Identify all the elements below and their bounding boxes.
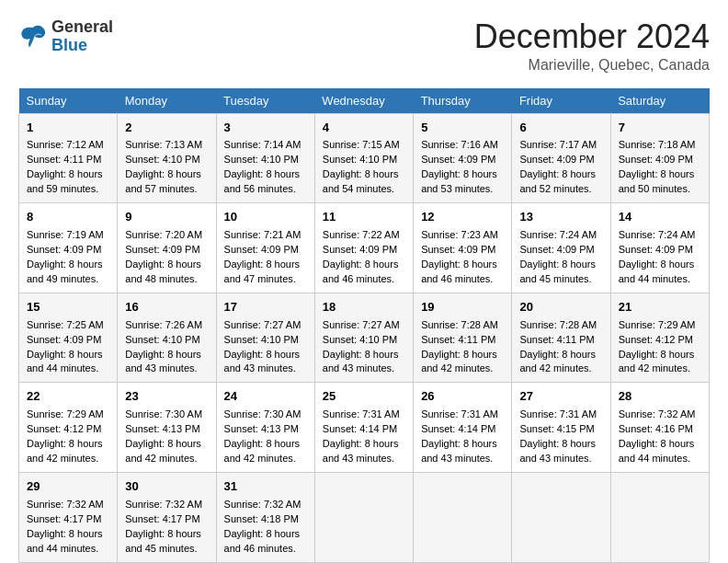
daylight-text: Daylight: 8 hours and 42 minutes. [224, 438, 301, 464]
calendar-cell: 26Sunrise: 7:31 AMSunset: 4:14 PMDayligh… [414, 383, 512, 473]
calendar-cell: 14Sunrise: 7:24 AMSunset: 4:09 PMDayligh… [610, 203, 709, 293]
calendar-cell [610, 472, 709, 562]
sunrise-text: Sunrise: 7:26 AM [125, 319, 202, 330]
sunset-text: Sunset: 4:09 PM [619, 154, 693, 165]
calendar-table: SundayMondayTuesdayWednesdayThursdayFrid… [18, 88, 710, 563]
daylight-text: Daylight: 8 hours and 45 minutes. [519, 259, 596, 284]
day-number: 18 [323, 299, 405, 316]
day-number: 26 [421, 388, 504, 406]
day-number: 5 [421, 120, 504, 137]
sunrise-text: Sunrise: 7:24 AM [519, 229, 597, 240]
day-number: 14 [619, 209, 701, 226]
calendar-cell: 19Sunrise: 7:28 AMSunset: 4:11 PMDayligh… [414, 293, 512, 383]
daylight-text: Daylight: 8 hours and 50 minutes. [619, 168, 695, 194]
calendar-cell: 11Sunrise: 7:22 AMSunset: 4:09 PMDayligh… [314, 203, 413, 293]
day-number: 28 [619, 388, 701, 406]
sunset-text: Sunset: 4:09 PM [323, 244, 397, 255]
sunrise-text: Sunrise: 7:28 AM [421, 319, 498, 330]
sunset-text: Sunset: 4:09 PM [27, 334, 101, 345]
calendar-cell: 29Sunrise: 7:32 AMSunset: 4:17 PMDayligh… [19, 472, 118, 562]
day-number: 12 [421, 209, 504, 226]
sunset-text: Sunset: 4:15 PM [519, 423, 594, 434]
sunset-text: Sunset: 4:10 PM [224, 154, 299, 165]
day-number: 15 [27, 299, 109, 316]
sunset-text: Sunset: 4:09 PM [619, 244, 693, 255]
daylight-text: Daylight: 8 hours and 43 minutes. [421, 438, 497, 464]
daylight-text: Daylight: 8 hours and 49 minutes. [27, 259, 103, 284]
day-number: 10 [224, 209, 307, 226]
sunrise-text: Sunrise: 7:20 AM [125, 229, 202, 240]
day-number: 6 [519, 120, 602, 137]
day-number: 23 [125, 388, 208, 406]
sunset-text: Sunset: 4:10 PM [323, 334, 397, 345]
location-subtitle: Marieville, Quebec, Canada [474, 57, 710, 74]
day-number: 13 [519, 209, 602, 226]
daylight-text: Daylight: 8 hours and 54 minutes. [323, 168, 399, 194]
calendar-cell: 4Sunrise: 7:15 AMSunset: 4:10 PMDaylight… [314, 113, 413, 203]
sunset-text: Sunset: 4:11 PM [421, 334, 495, 345]
sunset-text: Sunset: 4:09 PM [421, 244, 495, 255]
sunrise-text: Sunrise: 7:32 AM [27, 499, 104, 510]
calendar-cell: 6Sunrise: 7:17 AMSunset: 4:09 PMDaylight… [512, 113, 610, 203]
column-header-wednesday: Wednesday [314, 88, 413, 114]
calendar-cell: 25Sunrise: 7:31 AMSunset: 4:14 PMDayligh… [314, 383, 413, 473]
calendar-cell [314, 472, 413, 562]
daylight-text: Daylight: 8 hours and 46 minutes. [323, 259, 399, 284]
daylight-text: Daylight: 8 hours and 44 minutes. [27, 528, 103, 554]
daylight-text: Daylight: 8 hours and 44 minutes. [619, 259, 695, 284]
daylight-text: Daylight: 8 hours and 46 minutes. [224, 528, 301, 554]
sunset-text: Sunset: 4:12 PM [27, 423, 101, 434]
page-header: General Blue December 2024 Marieville, Q… [18, 18, 710, 74]
daylight-text: Daylight: 8 hours and 52 minutes. [519, 168, 596, 194]
sunrise-text: Sunrise: 7:25 AM [27, 319, 104, 330]
sunrise-text: Sunrise: 7:21 AM [224, 229, 301, 240]
sunrise-text: Sunrise: 7:17 AM [519, 139, 597, 150]
sunrise-text: Sunrise: 7:19 AM [27, 229, 104, 240]
daylight-text: Daylight: 8 hours and 57 minutes. [125, 168, 201, 194]
day-number: 9 [125, 209, 208, 226]
calendar-week-row: 8Sunrise: 7:19 AMSunset: 4:09 PMDaylight… [19, 203, 710, 293]
calendar-cell: 22Sunrise: 7:29 AMSunset: 4:12 PMDayligh… [19, 383, 118, 473]
day-number: 31 [224, 478, 307, 496]
calendar-cell: 5Sunrise: 7:16 AMSunset: 4:09 PMDaylight… [414, 113, 512, 203]
sunrise-text: Sunrise: 7:32 AM [125, 499, 202, 510]
sunrise-text: Sunrise: 7:24 AM [619, 229, 696, 240]
logo-blue-text: Blue [51, 36, 87, 54]
daylight-text: Daylight: 8 hours and 48 minutes. [125, 259, 201, 284]
column-header-saturday: Saturday [610, 88, 709, 114]
calendar-cell: 20Sunrise: 7:28 AMSunset: 4:11 PMDayligh… [512, 293, 610, 383]
daylight-text: Daylight: 8 hours and 43 minutes. [323, 438, 399, 464]
day-number: 7 [619, 120, 701, 137]
day-number: 2 [125, 120, 208, 137]
sunrise-text: Sunrise: 7:12 AM [27, 139, 104, 150]
sunrise-text: Sunrise: 7:32 AM [224, 499, 301, 510]
sunrise-text: Sunrise: 7:15 AM [323, 139, 400, 150]
daylight-text: Daylight: 8 hours and 43 minutes. [323, 349, 399, 374]
logo: General Blue [18, 18, 113, 55]
calendar-cell: 30Sunrise: 7:32 AMSunset: 4:17 PMDayligh… [118, 472, 216, 562]
sunset-text: Sunset: 4:14 PM [323, 423, 397, 434]
sunset-text: Sunset: 4:17 PM [125, 513, 199, 524]
day-number: 17 [224, 299, 307, 316]
sunrise-text: Sunrise: 7:18 AM [619, 139, 696, 150]
day-number: 4 [323, 120, 405, 137]
column-header-thursday: Thursday [414, 88, 512, 114]
calendar-week-row: 1Sunrise: 7:12 AMSunset: 4:11 PMDaylight… [19, 113, 710, 203]
daylight-text: Daylight: 8 hours and 42 minutes. [27, 438, 103, 464]
sunset-text: Sunset: 4:18 PM [224, 513, 299, 524]
calendar-cell: 2Sunrise: 7:13 AMSunset: 4:10 PMDaylight… [118, 113, 216, 203]
sunset-text: Sunset: 4:13 PM [224, 423, 299, 434]
day-number: 29 [27, 478, 109, 496]
sunset-text: Sunset: 4:12 PM [619, 334, 693, 345]
sunset-text: Sunset: 4:09 PM [421, 154, 495, 165]
calendar-cell: 27Sunrise: 7:31 AMSunset: 4:15 PMDayligh… [512, 383, 610, 473]
day-number: 8 [27, 209, 109, 226]
sunrise-text: Sunrise: 7:31 AM [323, 408, 400, 419]
sunset-text: Sunset: 4:09 PM [519, 244, 594, 255]
day-number: 30 [125, 478, 208, 496]
calendar-cell: 17Sunrise: 7:27 AMSunset: 4:10 PMDayligh… [216, 293, 314, 383]
column-header-monday: Monday [118, 88, 216, 114]
calendar-cell: 13Sunrise: 7:24 AMSunset: 4:09 PMDayligh… [512, 203, 610, 293]
sunrise-text: Sunrise: 7:22 AM [323, 229, 400, 240]
daylight-text: Daylight: 8 hours and 56 minutes. [224, 168, 301, 194]
